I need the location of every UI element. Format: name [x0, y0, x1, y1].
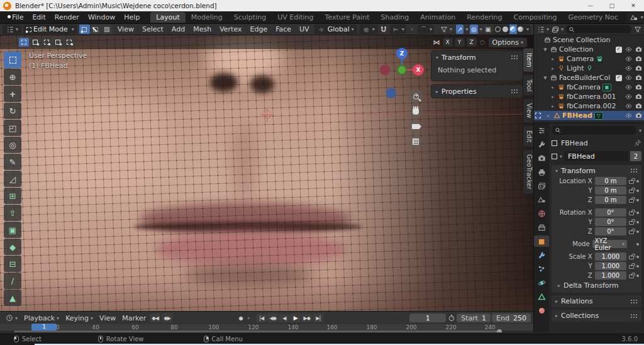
disclosure-icon[interactable]: ▼ [543, 76, 548, 81]
scene-selector[interactable]: ▾ Scene [628, 13, 644, 23]
disable-render-icon[interactable] [635, 46, 642, 54]
jump-to-end-button[interactable]: ▶| [313, 314, 323, 322]
outliner-item-label[interactable]: FBHead [562, 111, 592, 120]
scale-x-field[interactable]: 1.000 [595, 252, 627, 261]
properties-options-dropdown[interactable]: ▾ [639, 128, 641, 133]
animate-dot-icon[interactable] [636, 274, 639, 277]
gizmo-x-axis[interactable]: X [413, 64, 424, 76]
prev-keyframe-button[interactable]: ◀◆ [267, 314, 278, 322]
menu-vertex[interactable]: Vertex [216, 25, 245, 33]
properties-editor-type-button[interactable] [535, 125, 548, 136]
mirror-y-button[interactable]: Y [455, 38, 465, 47]
tab-object-data-properties[interactable] [535, 291, 548, 302]
disclosure-icon[interactable]: ▼ [543, 47, 548, 52]
pin-icon[interactable] [633, 139, 641, 147]
scale-z-field[interactable]: 1.000 [595, 271, 627, 280]
pivot-point-selector[interactable]: ◎▾ [359, 25, 378, 34]
lock-icon[interactable] [629, 274, 634, 278]
collections-panel-header[interactable]: ▸ Collections [552, 310, 641, 322]
outliner-item-label[interactable]: fbCamera [567, 83, 601, 91]
outliner-row-scene-collection[interactable]: Scene Collection [534, 35, 644, 45]
tool-bevel[interactable]: ◆ [4, 239, 21, 255]
play-button[interactable]: ▶ [290, 314, 301, 322]
disclosure-icon[interactable]: ▸ [550, 66, 555, 71]
workspace-tab-sculpting[interactable]: Sculpting [228, 12, 272, 23]
view-menu[interactable]: View [97, 314, 118, 322]
vertex-select-button[interactable] [79, 25, 90, 34]
transform-panel-header[interactable]: ▾ Transform [552, 165, 641, 176]
tab-object-properties[interactable]: ■ [534, 235, 549, 247]
exclude-checkbox[interactable] [616, 47, 622, 53]
outliner-row-light[interactable]: ▸ Light [534, 64, 644, 73]
workspace-tab-compositing[interactable]: Compositing [508, 12, 563, 23]
disable-render-icon[interactable] [635, 65, 642, 72]
select-mode-invert-button[interactable] [53, 38, 63, 47]
jump-to-start-button[interactable]: |◀ [256, 314, 267, 322]
visibility-filter-button[interactable]: ▾ [438, 25, 454, 34]
gizmos-dropdown[interactable]: ▾ [465, 26, 468, 32]
location-y-field[interactable]: 0 m [595, 186, 627, 195]
rotation-z-field[interactable]: 0° [595, 227, 627, 235]
animate-dot-icon[interactable] [636, 199, 639, 201]
disclosure-icon[interactable]: ▸ [550, 57, 555, 62]
proportional-falloff-selector[interactable]: ⌒▾ [418, 25, 434, 34]
current-frame-field[interactable]: 1 [409, 314, 446, 322]
filter-icon[interactable] [633, 25, 641, 33]
rotation-y-field[interactable]: 0° [595, 218, 627, 226]
gizmos-toggle[interactable]: ↗ [456, 25, 464, 34]
animate-dot-icon[interactable] [636, 221, 639, 223]
hide-eye-icon[interactable] [625, 65, 632, 72]
hide-eye-icon[interactable] [625, 93, 632, 101]
maximize-button[interactable]: □ [601, 0, 623, 11]
menu-uv[interactable]: UV [296, 25, 313, 33]
navigation-gizmo[interactable]: Z X [376, 47, 433, 103]
disclosure-icon[interactable]: ▸ [550, 104, 555, 109]
tab-world-properties[interactable] [535, 208, 548, 219]
tab-modifier-properties[interactable] [535, 249, 548, 261]
shading-dropdown[interactable]: ▾ [525, 26, 531, 32]
gizmo-y-axis[interactable] [397, 65, 407, 75]
rotation-x-field[interactable]: 0° [595, 208, 627, 217]
tool-move[interactable]: + [4, 86, 21, 102]
rotation-mode-dropdown[interactable]: XYZ Euler▾ [592, 240, 627, 248]
disable-render-icon[interactable] [635, 55, 642, 63]
animate-dot-icon[interactable] [636, 230, 639, 233]
animate-dot-icon[interactable] [636, 265, 639, 268]
outliner-row-facebuildercol[interactable]: ▼ FaceBuilderCol [534, 73, 644, 82]
hide-eye-icon[interactable] [625, 55, 632, 63]
face-select-button[interactable] [102, 25, 113, 34]
menu-add[interactable]: Add [169, 25, 188, 33]
jump-next-keyframe-button[interactable]: ◆▶ [162, 314, 172, 322]
mirror-x-button[interactable]: X [443, 38, 453, 47]
tab-render-properties[interactable] [535, 152, 548, 164]
rendered-shading-button[interactable] [517, 25, 525, 34]
tab-tool[interactable]: Tool [523, 74, 533, 96]
relations-panel-header[interactable]: ▸ Relations [552, 295, 641, 307]
viewport-3d[interactable]: ⋈ X Y Z ◌ Options ▾ ⊕ + [0, 35, 533, 311]
hide-eye-icon[interactable] [625, 74, 632, 82]
tool-cursor[interactable]: ⊕ [4, 69, 21, 85]
tool-annotate[interactable]: ✎ [4, 154, 21, 170]
hide-eye-icon[interactable] [625, 103, 632, 110]
lock-icon[interactable] [629, 221, 634, 225]
workspace-tab-animation[interactable]: Animation [414, 12, 461, 23]
disable-render-icon[interactable] [635, 112, 642, 120]
menu-face[interactable]: Face [272, 25, 294, 33]
disclosure-icon[interactable]: ▸ [550, 94, 555, 99]
select-mode-subtract-button[interactable] [42, 38, 52, 47]
panel-drag-grip[interactable] [511, 55, 518, 60]
tab-item[interactable]: Item [523, 48, 533, 72]
disable-render-icon[interactable] [635, 74, 642, 82]
current-frame-marker[interactable]: 1 [31, 324, 57, 331]
outliner-row-camera[interactable]: ▸ Camera [534, 54, 644, 64]
playback-menu[interactable]: Playback▾ [21, 314, 62, 322]
overlays-dropdown[interactable]: ▾ [480, 26, 482, 32]
outliner-item-label[interactable]: fbCamera.002 [567, 102, 616, 110]
outliner-row-fbhead[interactable]: ▸ FBHead ▽ [534, 111, 644, 120]
tool-measure[interactable]: ◿ [4, 171, 21, 187]
frame-start-field[interactable]: Start1 [457, 314, 491, 322]
mode-selector[interactable]: Edit Mode ▾ [23, 25, 77, 34]
outliner-item-label[interactable]: Collection [559, 45, 593, 54]
proportional-editing-toggle[interactable]: ◦ [408, 25, 416, 34]
tab-collection-properties[interactable] [535, 222, 548, 233]
